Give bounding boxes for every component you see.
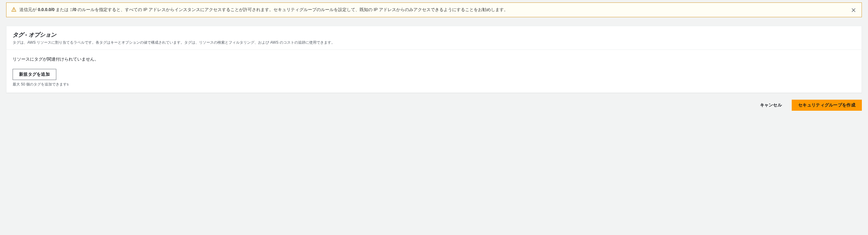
footer-actions: キャンセル セキュリティグループを作成 bbox=[6, 100, 862, 111]
warning-alert: 送信元が 0.0.0.0/0 または ::/0 のルールを指定すると、すべての … bbox=[6, 2, 862, 17]
tags-panel-title: タグ - オプション bbox=[12, 31, 856, 38]
tags-limit-hint: 最大 50 個のタグを追加できますs bbox=[12, 82, 856, 87]
create-security-group-button[interactable]: セキュリティグループを作成 bbox=[792, 100, 862, 111]
tags-panel-body: リソースにタグが関連付けられていません。 新規タグを追加 最大 50 個のタグを… bbox=[6, 50, 862, 93]
warning-message: 送信元が 0.0.0.0/0 または ::/0 のルールを指定すると、すべての … bbox=[20, 6, 847, 13]
tags-panel-description: タグは、AWS リソースに割り当てるラベルです。各タグはキーとオプションの値で構… bbox=[12, 40, 856, 45]
cancel-button[interactable]: キャンセル bbox=[754, 100, 788, 111]
close-icon[interactable] bbox=[850, 7, 857, 13]
tags-empty-message: リソースにタグが関連付けられていません。 bbox=[12, 57, 856, 62]
warning-icon bbox=[11, 7, 16, 13]
tags-panel-header: タグ - オプション タグは、AWS リソースに割り当てるラベルです。各タグはキ… bbox=[6, 26, 862, 50]
add-tag-button[interactable]: 新規タグを追加 bbox=[12, 69, 56, 80]
tags-panel: タグ - オプション タグは、AWS リソースに割り当てるラベルです。各タグはキ… bbox=[6, 26, 862, 93]
svg-point-1 bbox=[13, 10, 14, 11]
